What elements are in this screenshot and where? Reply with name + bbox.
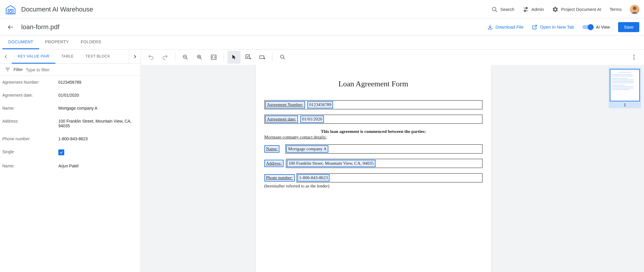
document-filename: loan-form.pdf (21, 23, 60, 31)
svg-point-8 (633, 6, 636, 10)
form-row: Agreement date: 01/01/2020 (264, 115, 482, 124)
field-key-highlight[interactable]: Agreement Number: (265, 101, 305, 108)
thumbnail-selected[interactable]: 1 (609, 68, 641, 108)
kv-row[interactable]: Agreement Number: 0123456789 (0, 76, 141, 89)
kv-value-checkbox (58, 149, 138, 155)
svg-line-10 (534, 25, 537, 27)
kv-row[interactable]: Name: Mortgage company A (0, 102, 141, 115)
admin-nav[interactable]: Admin (523, 6, 544, 13)
toolbar-divider (175, 53, 175, 61)
field-key-highlight[interactable]: Name: (264, 145, 280, 153)
search-tool-button[interactable] (276, 51, 289, 64)
search-nav[interactable]: Search (491, 6, 514, 13)
svg-point-1 (9, 10, 12, 13)
svg-rect-7 (524, 10, 526, 11)
tab-folders[interactable]: FOLDERS (75, 35, 107, 49)
tab-property[interactable]: PROPERTY (39, 35, 75, 49)
thumbnail-strip: 1 (606, 65, 644, 272)
toolbar-divider (272, 53, 273, 61)
open-in-new-icon (532, 24, 538, 30)
undo-button[interactable] (144, 51, 157, 64)
select-tool-button[interactable] (228, 51, 241, 64)
svg-line-18 (200, 58, 202, 59)
zoom-in-button[interactable] (193, 51, 206, 64)
kv-value: Arjun Patel (58, 164, 138, 168)
svg-point-31 (633, 57, 635, 58)
content-area: KEY VALUE PAIR TABLE TEXT BLOCK Filter A… (0, 50, 644, 272)
ai-view-toggle[interactable] (582, 25, 593, 29)
document-bar: loan-form.pdf Download File Open In New … (0, 19, 644, 35)
project-nav[interactable]: Project Document AI (552, 6, 601, 13)
add-checkbox-tool[interactable] (242, 51, 255, 64)
kv-key: Agreement Number: (2, 80, 58, 85)
document-page: Loan Agreement Form Agreement Number: 01… (256, 65, 491, 272)
subtab-text-block[interactable]: TEXT BLOCK (80, 50, 116, 64)
subtabs-row: KEY VALUE PAIR TABLE TEXT BLOCK (0, 50, 141, 64)
contact-heading: Mortgage company contact details: (264, 135, 482, 140)
filter-icon (5, 67, 11, 72)
subtab-table[interactable]: TABLE (55, 50, 80, 64)
svg-point-28 (281, 55, 284, 58)
svg-line-29 (283, 58, 285, 59)
field-value-highlight[interactable]: Mortgage company A (286, 145, 328, 153)
zoom-out-button[interactable] (179, 51, 192, 64)
thumbnail-page-number: 1 (610, 103, 640, 107)
back-button[interactable] (5, 21, 17, 33)
subtabs: KEY VALUE PAIR TABLE TEXT BLOCK (12, 50, 129, 64)
user-avatar[interactable] (630, 5, 639, 14)
kv-row[interactable]: Name: Arjun Patel (0, 159, 141, 172)
docbar-actions: Download File Open In New Tab AI View Sa… (487, 22, 639, 32)
checkbox-checked-icon (58, 149, 64, 155)
subtab-scroll-left[interactable] (0, 50, 12, 64)
subtab-key-value-pair[interactable]: KEY VALUE PAIR (12, 50, 55, 64)
field-value-highlight[interactable]: 01/01/2020 (300, 116, 324, 123)
admin-label: Admin (531, 7, 544, 12)
terms-label: Terms (610, 7, 622, 12)
page-canvas[interactable]: Loan Agreement Form Agreement Number: 01… (141, 65, 606, 272)
add-field-tool[interactable] (256, 51, 269, 64)
svg-point-32 (633, 59, 635, 60)
filter-label: Filter (14, 67, 23, 72)
kv-row[interactable]: Phone number: 1-800-843-8623 (0, 132, 141, 145)
kv-row[interactable]: Address: 100 Franklin Street, Mountain V… (0, 115, 141, 132)
svg-point-2 (493, 7, 496, 11)
terms-nav[interactable]: Terms (610, 7, 622, 12)
svg-rect-6 (526, 7, 527, 9)
kv-key: Agreement date: (2, 93, 58, 98)
viewer-area: Loan Agreement Form Agreement Number: 01… (141, 65, 644, 272)
kv-row[interactable]: Single (0, 145, 141, 159)
open-new-tab-label: Open In New Tab (540, 24, 574, 29)
filter-input[interactable] (26, 67, 136, 72)
redo-button[interactable] (159, 51, 172, 64)
viewer-toolbar (141, 50, 644, 65)
tune-icon (523, 6, 529, 13)
save-button[interactable]: Save (618, 22, 639, 32)
form-row: Address: 100 Franklin Street, Mountain V… (264, 159, 482, 168)
field-key-highlight[interactable]: Agreement date: (265, 116, 298, 123)
code-view-button[interactable] (207, 51, 220, 64)
field-value-highlight[interactable]: 0123456789 (307, 101, 333, 108)
logo-group: Document AI Warehouse (5, 4, 93, 15)
gear-icon (552, 6, 559, 13)
svg-rect-25 (260, 56, 264, 58)
left-pane: KEY VALUE PAIR TABLE TEXT BLOCK Filter A… (0, 50, 141, 272)
primary-tabs: DOCUMENT PROPERTY FOLDERS (0, 35, 644, 50)
download-label: Download File (495, 24, 523, 29)
open-new-tab-button[interactable]: Open In New Tab (532, 24, 574, 30)
tab-document[interactable]: DOCUMENT (2, 35, 39, 49)
kv-value: Mortgage company A (58, 106, 138, 111)
kv-row[interactable]: Agreement date: 01/01/2020 (0, 89, 141, 102)
kv-value: 01/01/2020 (58, 93, 138, 98)
toolbar-divider (224, 53, 224, 61)
subtab-scroll-right[interactable] (129, 50, 141, 64)
more-options-button[interactable] (627, 51, 640, 64)
field-key-highlight[interactable]: Address: (264, 160, 284, 167)
field-value-highlight[interactable]: 100 Franklin Street, Mountain View, CA, … (287, 160, 375, 167)
ai-view-toggle-group: AI View (582, 25, 610, 29)
form-row: Name: Mortgage company A (264, 144, 482, 154)
download-file-button[interactable]: Download File (487, 24, 523, 30)
field-key-highlight[interactable]: Phone number: (264, 174, 295, 182)
kv-value: 1-800-843-8623 (58, 136, 138, 141)
search-label: Search (500, 7, 514, 12)
field-value-highlight[interactable]: 1-800-843-8623 (297, 174, 330, 182)
